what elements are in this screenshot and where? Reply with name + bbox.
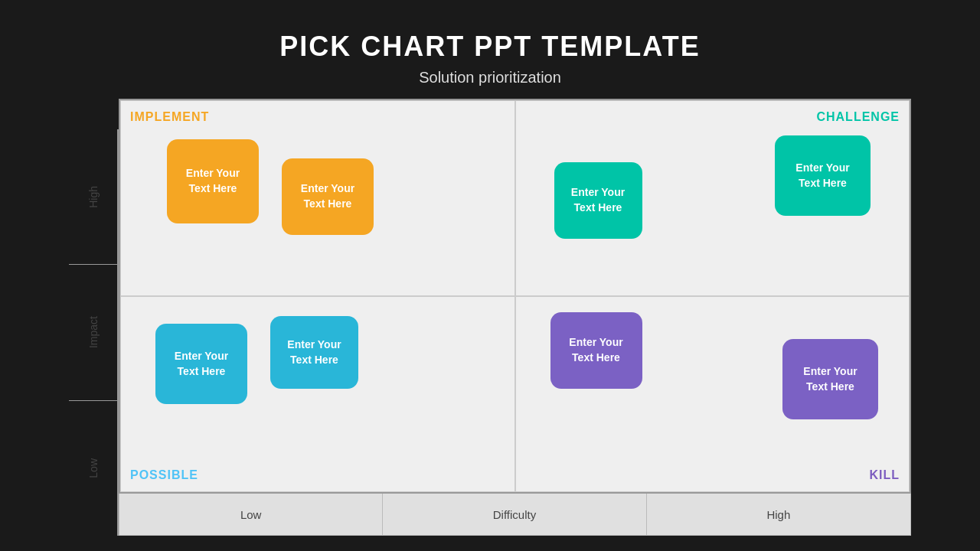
kill-label: KILL: [869, 468, 900, 482]
chart-wrapper: High Impact Low IMPLEMENT Enter YourText…: [69, 99, 911, 536]
y-axis-impact-label: Impact: [87, 316, 100, 348]
quadrant-kill: KILL Enter YourText Here Enter YourText …: [515, 296, 910, 492]
y-axis-high-section: High: [69, 129, 119, 265]
chart-main: IMPLEMENT Enter YourText Here Enter Your…: [119, 99, 911, 536]
possible-card-1[interactable]: Enter YourText Here: [155, 324, 247, 404]
challenge-card-2[interactable]: Enter YourText Here: [775, 135, 871, 216]
x-axis-difficulty: Difficulty: [383, 494, 646, 535]
implement-card-1[interactable]: Enter YourText Here: [167, 139, 259, 223]
y-axis-labels: High Impact Low: [69, 129, 119, 536]
implement-card-2[interactable]: Enter YourText Here: [282, 158, 374, 235]
y-axis-low-label: Low: [87, 458, 100, 478]
quadrant-possible: POSSIBLE Enter YourText Here Enter YourT…: [120, 296, 515, 492]
y-axis-low-section: Low: [69, 401, 119, 536]
challenge-card-1[interactable]: Enter YourText Here: [554, 162, 642, 239]
possible-label: POSSIBLE: [130, 468, 198, 482]
quadrant-implement: IMPLEMENT Enter YourText Here Enter Your…: [120, 100, 515, 296]
x-axis: Low Difficulty High: [119, 494, 911, 536]
page-subtitle: Solution prioritization: [419, 69, 561, 86]
kill-card-2[interactable]: Enter YourText Here: [782, 339, 878, 419]
page-title: PICK CHART PPT TEMPLATE: [279, 31, 700, 63]
slide-container: PICK CHART PPT TEMPLATE Solution priorit…: [23, 15, 957, 536]
x-axis-low: Low: [119, 494, 383, 535]
x-axis-high: High: [647, 494, 910, 535]
possible-card-2[interactable]: Enter YourText Here: [270, 316, 358, 389]
y-axis-high-label: High: [87, 186, 100, 208]
y-axis: High Impact Low: [69, 99, 119, 536]
chart-grid: IMPLEMENT Enter YourText Here Enter Your…: [119, 99, 911, 494]
kill-card-1[interactable]: Enter YourText Here: [550, 312, 642, 389]
quadrant-challenge: CHALLENGE Enter YourText Here Enter Your…: [515, 100, 910, 296]
y-axis-impact-section: Impact: [69, 265, 119, 400]
